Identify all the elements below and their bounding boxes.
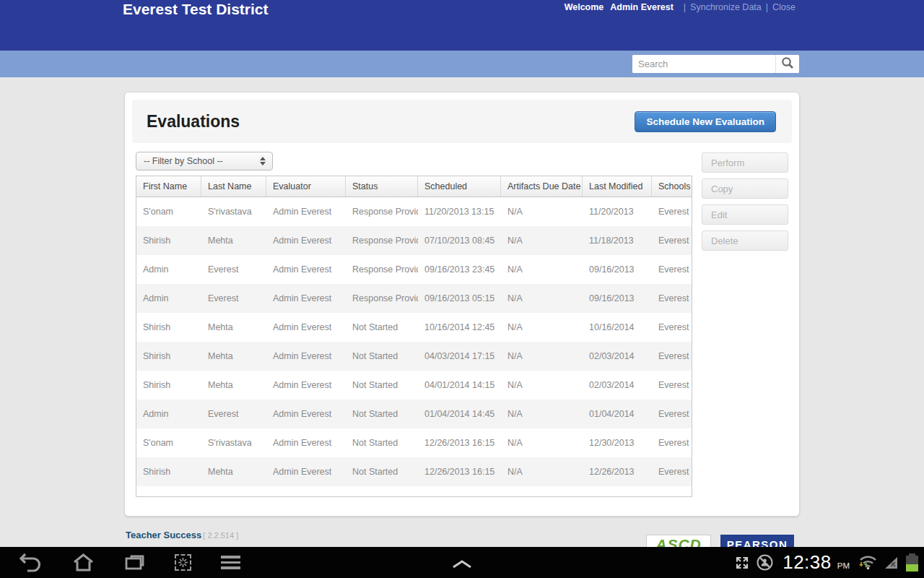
cell-artifacts-due-date: N/A [501,380,583,390]
cell-first-name: Shirish [136,467,201,477]
action-button[interactable]: Edit [702,204,788,225]
cell-first-name: Admin [136,293,201,303]
cell-schools: Everest Ci [652,236,692,246]
column-header-artifacts-due-date[interactable]: Artifacts Due Date [501,176,583,197]
cell-last-name: Everest [201,264,266,275]
recent-apps-icon[interactable] [124,553,145,571]
filter-by-school-select[interactable]: -- Filter by School -- [136,152,273,171]
column-header-evaluator[interactable]: Evaluator [266,176,346,197]
synchronize-data-link[interactable]: Synchronize Data [690,2,762,12]
user-name: Admin Everest [610,2,674,12]
close-link[interactable]: Close [772,2,796,12]
cell-last-modified: 02/03/2014 [583,351,652,361]
app-name: Teacher Success [126,530,201,540]
cell-evaluator: Admin Everest [266,293,346,303]
column-header-last-name[interactable]: Last Name [201,176,266,197]
cell-scheduled: 09/16/2013 05:15 [418,293,501,303]
screen-capture-icon[interactable] [175,554,191,571]
cell-schools: Everest Ci [652,293,692,303]
panel-content: -- Filter by School -- First Name Last N… [132,152,792,497]
home-icon[interactable] [72,553,95,572]
column-header-first-name[interactable]: First Name [136,176,201,197]
cell-first-name: Shirish [136,322,201,332]
cell-artifacts-due-date: N/A [501,236,583,246]
cell-status: Response Provid [346,236,418,246]
cell-last-modified: 02/03/2014 [583,380,652,390]
actions-column: Perform Copy Edit Delete [702,152,788,497]
cell-evaluator: Admin Everest [266,207,346,217]
cell-artifacts-due-date: N/A [501,438,583,448]
cell-scheduled: 01/04/2014 14:45 [418,409,501,419]
cell-schools: Everest Ci [652,380,692,390]
cell-status: Not Started [346,438,418,448]
table-column: -- Filter by School -- First Name Last N… [136,152,692,497]
fullscreen-expand-icon[interactable] [734,555,750,571]
cell-schools: Everest Ci [652,322,692,332]
action-button[interactable]: Perform [702,152,788,173]
cell-evaluator: Admin Everest [266,409,346,419]
action-button[interactable]: Copy [702,178,788,199]
clock-meridiem: PM [837,561,850,570]
table-row[interactable]: Admin Everest Admin Everest Not Started … [136,400,692,428]
panel-header: Evaluations Schedule New Evaluation [132,100,792,143]
cell-artifacts-due-date: N/A [501,293,583,303]
cell-status: Not Started [346,380,418,390]
cell-last-name: S'rivastava [201,438,266,448]
table-row[interactable]: Shirish Mehta Admin Everest Not Started … [136,313,692,342]
screen: Everest Test District Welcome Admin Ever… [0,0,924,578]
schedule-new-evaluation-button[interactable]: Schedule New Evaluation [635,111,776,132]
cell-schools: Everest Ci [652,264,692,275]
cell-status: Response Provid [346,207,418,217]
cell-artifacts-due-date: N/A [501,322,583,332]
cell-status: Not Started [346,409,418,419]
welcome-label: Welcome [565,2,604,12]
menu-icon[interactable] [221,556,240,569]
footer: Teacher Success [ 2.2.514 ] [126,530,238,540]
table-row[interactable]: Admin Everest Admin Everest Response Pro… [136,255,692,284]
search-button[interactable] [775,55,799,73]
cell-artifacts-due-date: N/A [501,467,583,477]
back-icon[interactable] [18,551,43,574]
column-header-schools[interactable]: Schools [652,176,692,197]
cell-last-name: Mehta [201,467,266,477]
cell-evaluator: Admin Everest [266,467,346,477]
filter-selected-value: -- Filter by School -- [144,156,223,166]
table-header-row: First Name Last Name Evaluator Status Sc… [136,176,692,197]
select-stepper-icon [260,157,266,165]
cell-scheduled: 12/26/2013 16:15 [418,467,501,477]
expand-tray-chevron-icon[interactable] [451,558,473,571]
cell-evaluator: Admin Everest [266,351,346,361]
android-navbar: 12:38 PM [0,547,924,578]
table-row[interactable]: S'onam S'rivastava Admin Everest Respons… [136,197,692,226]
blocking-mode-icon[interactable] [756,553,774,571]
cell-artifacts-due-date: N/A [501,409,583,419]
cell-scheduled: 09/16/2013 23:45 [418,264,501,275]
cell-status: Not Started [346,322,418,332]
cell-last-modified: 01/04/2014 [583,409,652,419]
cell-status: Response Provid [346,264,418,275]
separator: | [766,2,768,12]
table-row[interactable]: Shirish Mehta Admin Everest Not Started … [136,371,692,400]
action-button[interactable]: Delete [702,230,788,251]
table-row[interactable]: Shirish Mehta Admin Everest Response Pro… [136,226,692,255]
column-header-last-modified[interactable]: Last Modified [583,176,652,197]
table-row[interactable]: Admin Everest Admin Everest Response Pro… [136,284,692,313]
search-input[interactable] [632,55,775,73]
battery-icon [906,553,918,571]
cell-last-modified: 10/16/2014 [583,322,652,332]
table-body: S'onam S'rivastava Admin Everest Respons… [136,197,692,486]
table-row[interactable]: Shirish Mehta Admin Everest Not Started … [136,342,692,371]
cell-last-modified: 09/16/2013 [583,293,652,303]
cell-last-name: S'rivastava [201,207,266,217]
clock[interactable]: 12:38 [783,551,832,574]
cell-first-name: Shirish [136,236,201,246]
column-header-scheduled[interactable]: Scheduled [418,176,501,197]
cell-last-name: Mehta [201,380,266,390]
column-header-status[interactable]: Status [346,176,418,197]
navbar-left-icons [18,547,240,578]
evaluations-panel: Evaluations Schedule New Evaluation -- F… [124,92,800,517]
table-row[interactable]: Shirish Mehta Admin Everest Not Started … [136,457,692,486]
header-links: Welcome Admin Everest | Synchronize Data… [565,2,800,12]
main-area: Evaluations Schedule New Evaluation -- F… [0,77,924,547]
table-row[interactable]: S'onam S'rivastava Admin Everest Not Sta… [136,428,692,457]
